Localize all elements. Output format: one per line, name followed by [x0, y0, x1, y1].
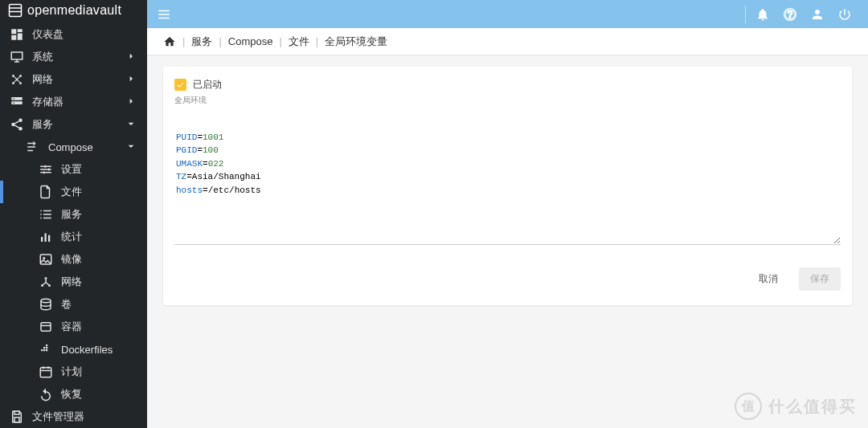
sidebar-item-label: 镜像	[61, 252, 137, 267]
share-icon	[10, 117, 24, 132]
breadcrumb-separator: |	[316, 35, 318, 47]
breadcrumb-separator: |	[182, 35, 185, 47]
brand: openmediavault	[0, 0, 147, 20]
main: ? |服务|Compose|文件|全局环境变量 已启动 全局环境 PUID=10…	[147, 0, 868, 428]
svg-point-23	[45, 277, 47, 279]
env-editor[interactable]: PUID=1001 PGID=100 UMASK=022 TZ=Asia/Sha…	[174, 112, 841, 245]
menu-toggle-icon[interactable]	[157, 7, 171, 22]
sidebar-item-label: 网络	[32, 72, 125, 87]
svg-point-4	[19, 75, 22, 77]
sidebar-item-label: 系统	[32, 50, 125, 64]
sidebar-item-compose[interactable]: Compose	[0, 136, 147, 158]
svg-rect-19	[45, 234, 47, 243]
svg-rect-27	[41, 323, 51, 332]
svg-rect-29	[14, 411, 19, 414]
svg-point-14	[18, 127, 23, 131]
power-icon[interactable]	[837, 7, 852, 22]
home-icon[interactable]	[163, 35, 176, 48]
svg-point-3	[12, 75, 14, 77]
sidebar-item-label: 容器	[61, 320, 137, 334]
sidebar-item-文件管理器[interactable]: 文件管理器	[0, 406, 147, 428]
container-icon	[39, 320, 53, 334]
brand-text: openmediavault	[27, 3, 121, 18]
sidebar-item-label: 计划	[61, 365, 137, 379]
enabled-checkbox-label: 已启动	[193, 78, 222, 92]
svg-point-16	[47, 169, 50, 171]
schedule-icon	[39, 365, 53, 379]
tune-icon	[39, 162, 53, 177]
svg-rect-8	[11, 97, 23, 100]
breadcrumb-item[interactable]: Compose	[228, 35, 273, 47]
sidebar-item-系统[interactable]: 系统	[0, 46, 147, 68]
enabled-checkbox[interactable]	[174, 79, 186, 91]
svg-rect-20	[48, 235, 50, 242]
sidebar-item-dockerfiles[interactable]: Dockerfiles	[0, 338, 147, 361]
chevron-right-icon	[125, 95, 137, 110]
sidebar-item-文件[interactable]: 文件	[0, 181, 147, 203]
sidebar-item-label: 存储器	[32, 95, 125, 109]
svg-text:?: ?	[787, 8, 792, 19]
breadcrumb: |服务|Compose|文件|全局环境变量	[147, 28, 868, 55]
sidebar-item-label: 卷	[61, 297, 137, 312]
storage-icon	[10, 95, 24, 109]
enabled-checkbox-row[interactable]: 已启动	[174, 78, 841, 92]
sidebar-item-label: 统计	[61, 230, 137, 244]
sidebar-item-存储器[interactable]: 存储器	[0, 91, 147, 113]
svg-point-6	[19, 82, 22, 84]
user-icon[interactable]	[810, 7, 825, 22]
svg-point-22	[43, 257, 45, 259]
topbar: ?	[147, 0, 868, 28]
breadcrumb-separator: |	[219, 35, 221, 47]
sidebar-item-label: 网络	[61, 275, 137, 289]
cancel-button[interactable]: 取消	[747, 267, 789, 291]
check-icon	[176, 80, 185, 89]
net2-icon	[39, 275, 53, 289]
sidebar-item-服务[interactable]: 服务	[0, 113, 147, 136]
dashboard-icon	[10, 27, 24, 42]
svg-rect-0	[10, 4, 22, 16]
save-icon	[10, 410, 24, 424]
sidebar-item-label: Dockerfiles	[61, 344, 137, 356]
sidebar-item-设置[interactable]: 设置	[0, 158, 147, 181]
breadcrumb-item[interactable]: 服务	[191, 35, 212, 47]
sidebar-item-label: 设置	[61, 162, 137, 177]
sidebar-item-label: Compose	[48, 141, 125, 153]
sidebar-item-统计[interactable]: 统计	[0, 226, 147, 248]
sidebar-item-网络[interactable]: 网络	[0, 68, 147, 91]
sidebar-item-镜像[interactable]: 镜像	[0, 248, 147, 271]
sidebar-item-label: 服务	[32, 117, 125, 132]
page-content: 已启动 全局环境 PUID=1001 PGID=100 UMASK=022 TZ…	[147, 55, 868, 428]
chevron-down-icon	[125, 117, 137, 132]
svg-point-12	[18, 119, 23, 123]
breadcrumb-item[interactable]: 全局环境变量	[325, 35, 387, 47]
sidebar-item-计划[interactable]: 计划	[0, 361, 147, 383]
svg-point-10	[14, 98, 15, 100]
sidebar-item-卷[interactable]: 卷	[0, 293, 147, 316]
network-icon	[10, 72, 24, 87]
bell-icon[interactable]	[755, 7, 770, 22]
breadcrumb-item[interactable]: 文件	[289, 35, 309, 47]
sidebar-item-恢复[interactable]: 恢复	[0, 383, 147, 406]
sidebar-item-网络[interactable]: 网络	[0, 271, 147, 293]
sidebar-item-容器[interactable]: 容器	[0, 316, 147, 338]
sidebar-item-label: 恢复	[61, 387, 137, 402]
volume-icon	[39, 297, 53, 312]
svg-rect-9	[11, 101, 23, 104]
svg-rect-30	[14, 418, 19, 422]
file-icon	[39, 185, 53, 199]
save-button[interactable]: 保存	[799, 267, 841, 291]
sidebar-item-服务[interactable]: 服务	[0, 203, 147, 226]
env-field-label: 全局环境	[174, 95, 841, 106]
svg-point-17	[43, 171, 45, 173]
chevron-down-icon	[125, 140, 137, 155]
nav-list: 仪表盘系统网络存储器服务Compose设置文件服务统计镜像网络卷容器Docker…	[0, 20, 147, 428]
sidebar-item-label: 仪表盘	[32, 27, 137, 42]
docker-icon	[39, 342, 53, 357]
sidebar-item-label: 文件管理器	[32, 410, 137, 424]
sidebar-item-仪表盘[interactable]: 仪表盘	[0, 23, 147, 46]
image-icon	[39, 252, 53, 267]
svg-point-11	[14, 102, 15, 104]
help-icon[interactable]: ?	[783, 7, 797, 22]
brand-icon	[8, 3, 23, 18]
stats-icon	[39, 230, 53, 244]
